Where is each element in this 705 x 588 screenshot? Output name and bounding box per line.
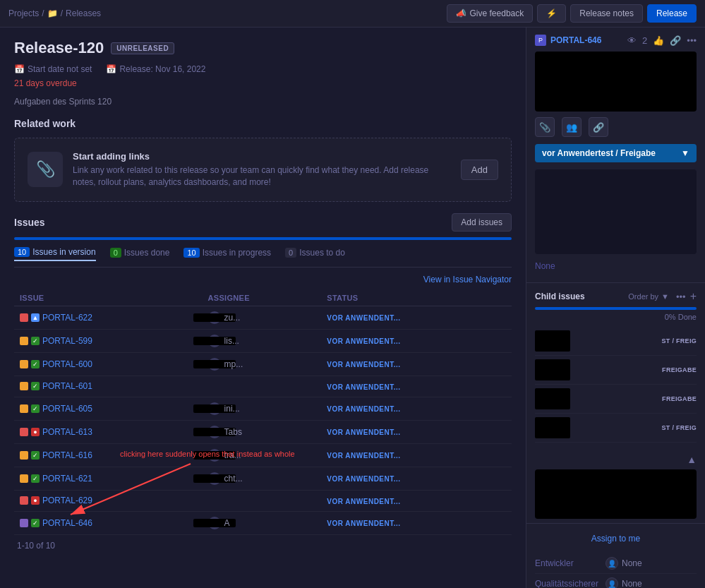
tab-count-todo: 0: [285, 248, 296, 258]
related-work-box: 📎 Start adding links Link any work relat…: [14, 138, 512, 202]
add-issues-button[interactable]: Add issues: [452, 213, 512, 232]
issue-key-link[interactable]: PORTAL-621: [42, 474, 92, 484]
release-button[interactable]: Release: [647, 4, 697, 23]
table-row[interactable]: ✓ PORTAL-605 ini... VOR ANWENDENT...: [14, 397, 512, 420]
lightning-button[interactable]: ⚡: [537, 4, 566, 23]
child-issue-left: [535, 359, 570, 380]
child-issue-item[interactable]: FREIGABE: [535, 385, 697, 414]
status-badge: VOR ANWENDENT...: [327, 428, 400, 436]
eye-count: 2: [642, 35, 647, 46]
type-icon: ✓: [31, 451, 40, 460]
tab-count-done: 0: [110, 248, 121, 258]
priority-icon: [20, 519, 28, 527]
issues-progress-bar: [14, 237, 512, 240]
assignee-avatar: [208, 311, 221, 324]
priority-icon: [20, 360, 28, 368]
child-issue-thumb: [535, 330, 570, 352]
table-row[interactable]: ▲ PORTAL-622 zu... VOR ANWENDENT...: [14, 306, 512, 329]
breadcrumb-projects[interactable]: Projects: [8, 8, 39, 18]
issue-key-link[interactable]: PORTAL-646: [42, 518, 92, 528]
attachment-icon-btn[interactable]: 📎: [535, 117, 555, 137]
issue-key-link[interactable]: PORTAL-629: [42, 496, 92, 505]
lightning-icon: ⚡: [546, 8, 557, 18]
table-row[interactable]: ✓ PORTAL-646 A VOR ANWENDENT...: [14, 511, 512, 534]
eye-icon: 👁: [627, 35, 637, 46]
assignee-avatar: [208, 426, 221, 438]
icon-toolbar: 📎 👥 🔗: [535, 117, 697, 137]
status-badge: VOR ANWENDENT...: [327, 361, 400, 368]
thumbsup-icon[interactable]: 👍: [653, 35, 664, 46]
type-icon: ✓: [31, 404, 40, 413]
status-badge: VOR ANWENDENT...: [327, 520, 400, 527]
share-icon[interactable]: 🔗: [670, 35, 681, 46]
team-icon-btn[interactable]: 👥: [562, 117, 582, 137]
issue-key-link[interactable]: PORTAL-616: [42, 450, 92, 460]
assign-to-me-row: Assign to me: [535, 531, 697, 546]
left-panel: Release-120 UNRELEASED 📅 Start date not …: [0, 28, 526, 588]
issues-heading: Issues: [14, 217, 45, 228]
tab-issues-to-do[interactable]: 0 Issues to do: [285, 247, 345, 261]
child-header: Child issues Order by ▼ ••• +: [535, 290, 697, 303]
table-row[interactable]: ● PORTAL-629 VOR ANWENDENT...: [14, 490, 512, 511]
related-work-desc: Link any work related to this release so…: [73, 164, 451, 188]
tab-issues-in-progress[interactable]: 10 Issues in progress: [183, 247, 271, 261]
tab-issues-in-version[interactable]: 10 Issues in version: [14, 247, 96, 261]
child-more-icon[interactable]: •••: [676, 292, 686, 302]
child-issue-item[interactable]: ST / FREIG: [535, 327, 697, 356]
table-row[interactable]: ✓ PORTAL-599 lis... VOR ANWENDENT...: [14, 329, 512, 352]
user-avatar: 👤: [605, 557, 618, 570]
child-status-badge: FREIGABE: [662, 366, 697, 373]
tab-issues-done[interactable]: 0 Issues done: [110, 247, 170, 261]
child-issue-thumb: [535, 359, 570, 380]
priority-icon: [20, 313, 28, 322]
type-icon: ✓: [31, 337, 40, 345]
portal-id[interactable]: PORTAL-646: [550, 35, 601, 45]
breadcrumb-releases[interactable]: Releases: [66, 8, 101, 18]
table-row[interactable]: ✓ PORTAL-600 mp... VOR ANWENDENT...: [14, 352, 512, 376]
assign-to-me-button[interactable]: Assign to me: [586, 531, 646, 546]
child-add-icon[interactable]: +: [690, 290, 697, 303]
status-badge: VOR ANWENDENT...: [327, 475, 400, 483]
release-date: 📅 Release: Nov 16, 2022: [106, 64, 205, 74]
issue-key-link[interactable]: PORTAL-605: [42, 404, 92, 414]
status-dropdown[interactable]: vor Anwendertest / Freigabe ▼: [535, 144, 697, 162]
child-progress-bar: [535, 307, 697, 310]
issue-key-link[interactable]: PORTAL-613: [42, 427, 92, 437]
issue-key-link[interactable]: PORTAL-622: [42, 313, 92, 323]
feedback-button[interactable]: 📣 Give feedback: [447, 4, 534, 23]
child-issue-left: [535, 330, 570, 352]
table-row[interactable]: ● PORTAL-613 Tabs VOR ANWENDENT...: [14, 420, 512, 443]
user-avatar: 👤: [605, 577, 618, 588]
type-icon: ●: [31, 496, 40, 505]
order-by-button[interactable]: Order by ▼: [625, 291, 672, 302]
issue-key-link[interactable]: PORTAL-601: [42, 381, 92, 391]
issue-key-link[interactable]: PORTAL-599: [42, 336, 92, 346]
status-badge: VOR ANWENDENT...: [327, 337, 400, 345]
collapse-icon[interactable]: ▲: [687, 454, 697, 465]
related-work-title: Start adding links: [73, 151, 451, 162]
assignee-avatar: [208, 402, 221, 415]
child-issue-item[interactable]: FREIGABE: [535, 356, 697, 385]
field-value: 👤 None: [605, 557, 642, 570]
release-notes-button[interactable]: Release notes: [570, 4, 643, 23]
table-row[interactable]: ✓ PORTAL-616 tra... VOR ANWENDENT...: [14, 443, 512, 467]
more-icon[interactable]: •••: [687, 35, 697, 46]
table-row[interactable]: ✓ PORTAL-621 cht... VOR ANWENDENT...: [14, 467, 512, 490]
related-work-icon: 📎: [28, 152, 63, 187]
assignee-avatar: [208, 358, 221, 371]
child-issue-item[interactable]: ST / FREIG: [535, 414, 697, 443]
link-icon-btn[interactable]: 🔗: [589, 117, 608, 137]
assignee-section: Assign to me Entwickler 👤 None Qualitäts…: [526, 523, 705, 588]
right-panel: P PORTAL-646 👁 2 👍 🔗 ••• 📎 👥 🔗 vor An: [526, 28, 705, 588]
tab-count-version: 10: [14, 247, 30, 257]
content-wrapper: Release-120 UNRELEASED 📅 Start date not …: [0, 28, 705, 588]
view-in-navigator-link[interactable]: View in Issue Navigator: [423, 275, 512, 284]
priority-icon: [20, 474, 28, 483]
assignee-avatar: [208, 517, 221, 529]
portal-thumbnail: [535, 52, 697, 112]
child-issue-left: [535, 417, 570, 438]
assignee-avatar: [208, 335, 221, 347]
table-row[interactable]: ✓ PORTAL-601 VOR ANWENDENT...: [14, 376, 512, 397]
add-link-button[interactable]: Add: [461, 160, 498, 180]
issue-key-link[interactable]: PORTAL-600: [42, 359, 92, 369]
